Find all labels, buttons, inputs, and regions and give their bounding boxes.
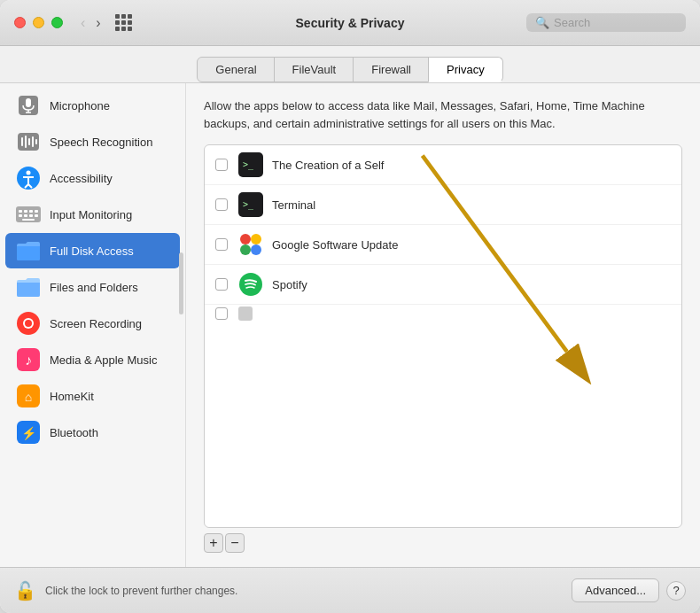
grid-menu-button[interactable]	[115, 14, 132, 31]
svg-rect-6	[25, 136, 27, 148]
svg-rect-7	[28, 138, 30, 145]
svg-rect-9	[35, 139, 37, 144]
app-item-partial[interactable]	[205, 305, 681, 322]
svg-point-40	[251, 234, 261, 244]
app-item-spotify[interactable]: Spotify	[205, 265, 681, 305]
svg-rect-5	[21, 137, 23, 146]
screen-record-icon	[16, 311, 41, 336]
svg-rect-18	[24, 210, 27, 213]
terminal-icon: >_	[238, 192, 263, 217]
remove-app-button[interactable]: −	[225, 533, 245, 553]
sidebar-scrollbar[interactable]	[179, 252, 183, 314]
app-name-terminal: Terminal	[272, 198, 315, 212]
sidebar-label-full-disk-access: Full Disk Access	[50, 244, 134, 258]
checkbox-creation-of-self[interactable]	[215, 159, 228, 171]
sidebar-label-screen-recording: Screen Recording	[50, 317, 142, 330]
right-panel: Allow the apps below to access data like…	[186, 83, 700, 567]
svg-point-11	[27, 171, 31, 175]
svg-text:⌂: ⌂	[25, 390, 32, 404]
svg-point-41	[240, 244, 251, 255]
sidebar-item-media-apple-music[interactable]: ♪ Media & Apple Music	[5, 342, 180, 377]
svg-rect-8	[32, 136, 34, 147]
grid-icon	[115, 14, 132, 31]
sidebar-item-homekit[interactable]: ⌂ HomeKit	[5, 378, 180, 414]
search-bar[interactable]: 🔍	[526, 13, 686, 32]
app-name-spotify: Spotify	[272, 278, 307, 291]
app-item-terminal[interactable]: >_ Terminal	[205, 185, 681, 225]
tab-filevault[interactable]: FileVault	[274, 57, 355, 82]
homekit-icon: ⌂	[16, 384, 41, 408]
app-item-creation-of-self[interactable]: >_ The Creation of a Self	[205, 145, 681, 185]
sidebar-item-files-folders[interactable]: Files and Folders	[5, 269, 180, 305]
app-item-google-software-update[interactable]: Google Software Update	[205, 225, 681, 265]
svg-point-28	[25, 320, 32, 327]
music-icon: ♪	[16, 347, 41, 372]
sidebar-label-files-folders: Files and Folders	[50, 281, 138, 294]
main-content: Microphone Speech Recognition Accessibil…	[0, 83, 700, 567]
advanced-button[interactable]: Advanced...	[572, 578, 659, 602]
window-title: Security & Privacy	[296, 16, 405, 30]
accessibility-icon	[16, 166, 41, 190]
folder-plain-icon	[16, 275, 41, 299]
traffic-lights	[14, 17, 63, 28]
main-window: ‹ › Security & Privacy 🔍 General FileVau…	[0, 0, 700, 613]
list-controls: + −	[204, 533, 682, 553]
bottombar: 🔓 Click the lock to prevent further chan…	[0, 567, 700, 613]
nav-buttons: ‹ ›	[77, 13, 105, 33]
tab-general[interactable]: General	[197, 57, 275, 82]
app-name-google-software-update: Google Software Update	[272, 238, 398, 252]
svg-rect-23	[29, 214, 33, 217]
svg-text:>_: >_	[243, 199, 254, 210]
svg-rect-22	[24, 214, 27, 217]
sidebar-item-accessibility[interactable]: Accessibility	[5, 160, 180, 196]
tab-privacy[interactable]: Privacy	[428, 57, 503, 82]
app-list-container: >_ The Creation of a Self >_ Terminal	[204, 144, 682, 528]
svg-rect-24	[35, 214, 38, 217]
microphone-icon	[16, 93, 41, 118]
svg-rect-25	[22, 219, 35, 221]
app-list: >_ The Creation of a Self >_ Terminal	[205, 145, 681, 527]
back-button[interactable]: ‹	[77, 13, 89, 33]
tab-firewall[interactable]: Firewall	[353, 57, 430, 82]
google-icon	[238, 232, 263, 257]
checkbox-spotify[interactable]	[215, 278, 228, 291]
search-icon: 🔍	[535, 16, 549, 29]
svg-text:♪: ♪	[25, 353, 32, 368]
sidebar-item-full-disk-access[interactable]: Full Disk Access	[5, 233, 180, 268]
titlebar: ‹ › Security & Privacy 🔍	[0, 0, 700, 46]
sidebar-label-input-monitoring: Input Monitoring	[50, 208, 132, 221]
sidebar: Microphone Speech Recognition Accessibil…	[0, 83, 186, 567]
speech-icon	[16, 129, 41, 154]
svg-point-39	[240, 234, 251, 244]
sidebar-item-microphone[interactable]: Microphone	[5, 88, 180, 123]
svg-text:>_: >_	[243, 159, 254, 170]
forward-button[interactable]: ›	[92, 13, 104, 33]
svg-rect-17	[19, 210, 22, 213]
lock-text: Click the lock to prevent further change…	[45, 585, 237, 597]
lock-icon[interactable]: 🔓	[14, 580, 36, 601]
minimize-button[interactable]	[33, 17, 44, 28]
checkbox-google-software-update[interactable]	[215, 238, 228, 251]
checkbox-partial[interactable]	[215, 307, 228, 320]
svg-rect-1	[26, 98, 31, 107]
search-input[interactable]	[554, 16, 677, 29]
lock-area: 🔓 Click the lock to prevent further chan…	[14, 580, 237, 601]
sidebar-item-input-monitoring[interactable]: Input Monitoring	[5, 197, 180, 232]
panel-description: Allow the apps below to access data like…	[204, 97, 682, 132]
tabbar: General FileVault Firewall Privacy	[0, 46, 700, 83]
add-app-button[interactable]: +	[204, 533, 223, 553]
close-button[interactable]	[14, 17, 26, 28]
sidebar-item-screen-recording[interactable]: Screen Recording	[5, 306, 180, 341]
bluetooth-icon: ⚡	[16, 420, 41, 445]
maximize-button[interactable]	[51, 17, 63, 28]
sidebar-item-speech-recognition[interactable]: Speech Recognition	[5, 124, 180, 159]
checkbox-terminal[interactable]	[215, 198, 228, 211]
sidebar-item-bluetooth[interactable]: ⚡ Bluetooth	[5, 415, 180, 450]
svg-text:⚡: ⚡	[21, 426, 37, 441]
help-button[interactable]: ?	[666, 581, 686, 601]
partial-app-icon	[238, 306, 253, 321]
svg-rect-20	[35, 210, 38, 213]
keyboard-icon	[16, 202, 41, 227]
svg-point-42	[251, 244, 261, 255]
app-name-creation-of-self: The Creation of a Self	[272, 159, 384, 172]
